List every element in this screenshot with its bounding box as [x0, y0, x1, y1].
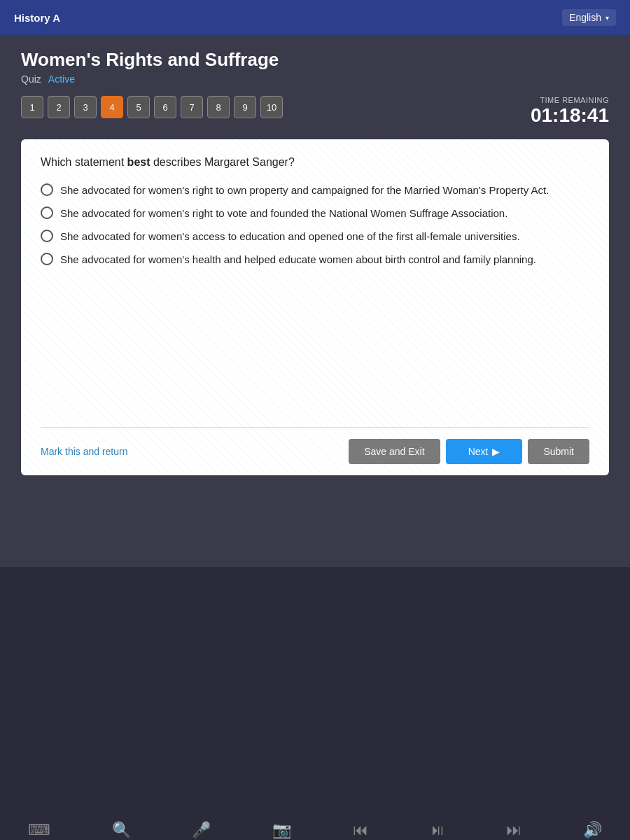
next-arrow-icon: ▶	[492, 446, 500, 457]
quiz-card: Which statement best describes Margaret …	[21, 139, 609, 475]
question-nav-btn-5[interactable]: 5	[127, 96, 150, 118]
question-nav-btn-2[interactable]: 2	[48, 96, 70, 118]
radio-3[interactable]	[41, 230, 53, 242]
card-footer: Mark this and return Save and Exit Next …	[41, 427, 589, 464]
question-nav-btn-3[interactable]: 3	[74, 96, 97, 118]
fast-forward-icon[interactable]: ⏭	[506, 821, 522, 839]
option-1[interactable]: She advocated for women's right to own p…	[41, 183, 589, 197]
question-nav-btn-4[interactable]: 4	[101, 96, 123, 118]
question-nav: 1 2 3 4 5 6 7 8 9 10	[21, 96, 283, 118]
save-exit-button[interactable]: Save and Exit	[349, 439, 440, 464]
question-nav-btn-10[interactable]: 10	[260, 96, 283, 118]
next-button[interactable]: Next ▶	[446, 439, 523, 464]
app-title: History A	[14, 12, 60, 24]
options-list: She advocated for women's right to own p…	[41, 183, 589, 406]
camera-icon[interactable]: 📷	[272, 821, 291, 839]
footer-buttons: Save and Exit Next ▶ Submit	[349, 439, 589, 464]
question-nav-btn-9[interactable]: 9	[234, 96, 256, 118]
submit-button[interactable]: Submit	[528, 439, 589, 464]
microphone-icon[interactable]: 🎤	[192, 821, 211, 839]
quiz-status-row: Quiz Active	[21, 74, 609, 85]
play-pause-icon[interactable]: ⏯	[430, 821, 445, 839]
top-bar: History A English ▾	[0, 0, 630, 35]
keyboard-icons-row: ⌨ 🔍 🎤 📷 ⏮ ⏯ ⏭ 🔊	[0, 821, 630, 839]
time-remaining-label: TIME REMAINING	[531, 96, 609, 104]
keyboard-icon[interactable]: ⌨	[28, 821, 50, 839]
volume-icon[interactable]: 🔊	[583, 821, 602, 839]
quiz-label: Quiz	[21, 74, 41, 85]
quiz-title: Women's Rights and Suffrage	[21, 49, 609, 71]
question-nav-btn-7[interactable]: 7	[181, 96, 203, 118]
next-label: Next	[468, 446, 489, 457]
option-3-text: She advocated for women's access to educ…	[60, 229, 520, 244]
chevron-down-icon: ▾	[606, 14, 609, 22]
question-text: Which statement best describes Margaret …	[41, 156, 589, 169]
status-badge: Active	[48, 74, 75, 85]
mark-return-link[interactable]: Mark this and return	[41, 446, 128, 457]
question-nav-btn-8[interactable]: 8	[207, 96, 230, 118]
option-2[interactable]: She advocated for women's right to vote …	[41, 206, 589, 220]
radio-4[interactable]	[41, 253, 53, 265]
rewind-icon[interactable]: ⏮	[353, 821, 368, 839]
keyboard-area: ⌨ 🔍 🎤 📷 ⏮ ⏯ ⏭ 🔊 # $ % ^ & * 9 8	[0, 567, 630, 840]
option-1-text: She advocated for women's right to own p…	[60, 183, 549, 197]
language-selector[interactable]: English ▾	[562, 9, 616, 26]
option-3[interactable]: She advocated for women's access to educ…	[41, 229, 589, 244]
question-nav-btn-1[interactable]: 1	[21, 96, 43, 118]
time-remaining-value: 01:18:41	[531, 104, 609, 127]
option-2-text: She advocated for women's right to vote …	[60, 206, 507, 220]
radio-1[interactable]	[41, 183, 53, 196]
search-icon[interactable]: 🔍	[112, 821, 131, 839]
option-4[interactable]: She advocated for women's health and hel…	[41, 252, 589, 267]
main-content: Women's Rights and Suffrage Quiz Active …	[0, 35, 630, 567]
question-nav-btn-6[interactable]: 6	[154, 96, 176, 118]
language-label: English	[569, 12, 601, 23]
nav-timer-row: 1 2 3 4 5 6 7 8 9 10 TIME REMAINING 01:1…	[21, 96, 609, 132]
radio-2[interactable]	[41, 206, 53, 219]
quiz-header: Women's Rights and Suffrage Quiz Active	[21, 49, 609, 85]
timer-container: TIME REMAINING 01:18:41	[531, 96, 609, 127]
option-4-text: She advocated for women's health and hel…	[60, 252, 536, 267]
